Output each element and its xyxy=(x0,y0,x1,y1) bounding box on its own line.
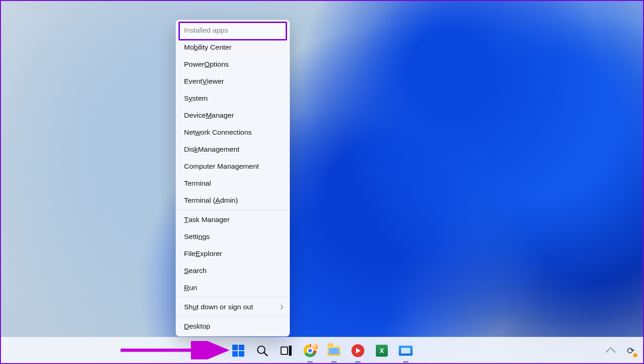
menu-item-power-options[interactable]: Power Options xyxy=(176,56,290,73)
system-tray: ⟳ xyxy=(604,344,638,358)
menu-item-shutdown-signout[interactable]: Shut down or sign out xyxy=(176,298,290,315)
excel-icon: X xyxy=(376,345,388,357)
folder-icon xyxy=(328,346,340,356)
menu-item-disk-management[interactable]: Disk Management xyxy=(176,141,290,158)
menu-item-mobility-center[interactable]: Mobility Center xyxy=(176,39,290,56)
svg-rect-9 xyxy=(289,346,292,356)
desktop-wallpaper xyxy=(0,0,644,364)
menu-item-computer-management[interactable]: Computer Management xyxy=(176,158,290,175)
tray-onedrive[interactable]: ⟳ xyxy=(624,344,638,358)
svg-rect-8 xyxy=(282,347,287,354)
menu-item-system[interactable]: System xyxy=(176,90,290,107)
winx-context-menu: Installed apps Mobility Center Power Opt… xyxy=(176,20,290,336)
menu-item-desktop[interactable]: Desktop xyxy=(176,318,290,335)
taskbar-search[interactable] xyxy=(255,344,269,358)
menu-separator xyxy=(176,297,290,297)
svg-rect-4 xyxy=(239,351,244,357)
menu-item-search[interactable]: Search xyxy=(176,262,290,279)
taskbar-app-file-explorer[interactable] xyxy=(327,344,341,358)
run-icon xyxy=(399,346,413,356)
taskbar-center: X xyxy=(231,344,413,358)
task-view[interactable] xyxy=(279,344,293,358)
svg-rect-2 xyxy=(239,345,244,350)
taskbar-app-run[interactable] xyxy=(399,344,413,358)
menu-item-terminal[interactable]: Terminal xyxy=(176,175,290,192)
taskbar-app-todoist[interactable] xyxy=(351,344,365,358)
taskview-icon xyxy=(280,345,292,356)
menu-item-network-connections[interactable]: Network Connections xyxy=(176,124,290,141)
menu-item-file-explorer[interactable]: File Explorer xyxy=(176,245,290,262)
menu-item-device-manager[interactable]: Device Manager xyxy=(176,107,290,124)
search-icon xyxy=(256,345,268,357)
menu-item-event-viewer[interactable]: Event Viewer xyxy=(176,73,290,90)
svg-line-6 xyxy=(264,353,267,356)
todoist-icon xyxy=(351,344,364,357)
annotation-highlight xyxy=(178,22,287,40)
taskbar: X ⟳ xyxy=(0,337,644,364)
sync-status-dot xyxy=(632,352,638,358)
menu-separator xyxy=(176,316,290,317)
taskbar-app-chrome[interactable] xyxy=(303,344,317,358)
menu-item-run[interactable]: Run xyxy=(176,279,290,296)
chevron-up-icon xyxy=(605,347,615,357)
chrome-icon xyxy=(304,344,316,357)
menu-item-task-manager[interactable]: Task Manager xyxy=(176,211,290,228)
annotation-arrow xyxy=(120,341,239,359)
tray-overflow[interactable] xyxy=(604,344,617,358)
menu-item-terminal-admin[interactable]: Terminal (Admin) xyxy=(176,192,290,209)
profile-badge xyxy=(311,342,319,351)
taskbar-app-excel[interactable]: X xyxy=(375,344,389,358)
menu-item-settings[interactable]: Settings xyxy=(176,228,290,245)
menu-separator xyxy=(176,210,290,210)
